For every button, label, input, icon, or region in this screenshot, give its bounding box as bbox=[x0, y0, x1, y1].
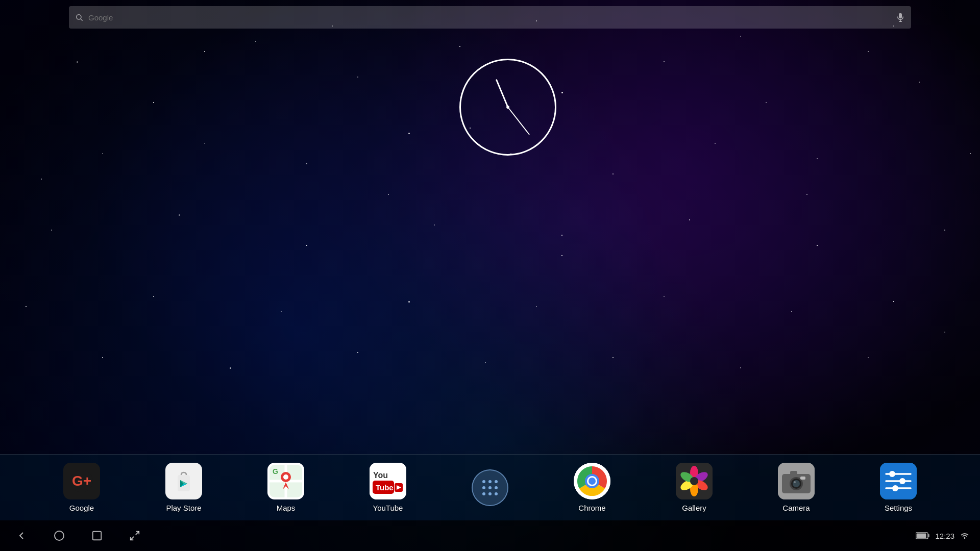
svg-point-0 bbox=[77, 15, 81, 19]
chrome-icon bbox=[574, 463, 610, 499]
svg-point-60 bbox=[899, 478, 905, 484]
app-icon-maps[interactable]: G Maps bbox=[260, 463, 311, 512]
recents-button[interactable] bbox=[86, 524, 108, 547]
google-icon: G+ bbox=[63, 463, 100, 499]
svg-point-28 bbox=[488, 480, 492, 483]
mic-icon[interactable] bbox=[896, 13, 905, 22]
svg-point-33 bbox=[482, 492, 485, 495]
nav-bar: 12:23 bbox=[0, 520, 980, 551]
svg-point-39 bbox=[589, 478, 596, 485]
play-store-icon bbox=[165, 463, 202, 499]
expand-button[interactable] bbox=[124, 524, 146, 547]
svg-point-58 bbox=[889, 471, 895, 477]
svg-rect-69 bbox=[928, 534, 929, 537]
camera-icon bbox=[778, 463, 815, 499]
home-button[interactable] bbox=[48, 524, 70, 547]
app-icon-google[interactable]: G+ Google bbox=[56, 463, 107, 512]
wifi-icon bbox=[960, 532, 970, 540]
svg-rect-68 bbox=[917, 534, 926, 538]
svg-point-34 bbox=[488, 492, 492, 495]
svg-line-4 bbox=[497, 80, 508, 107]
svg-point-6 bbox=[506, 106, 509, 109]
svg-point-32 bbox=[495, 486, 498, 489]
youtube-icon: You Tube bbox=[370, 463, 406, 499]
maps-label: Maps bbox=[277, 504, 296, 512]
svg-point-27 bbox=[482, 480, 485, 483]
app-icon-play-store[interactable]: Play Store bbox=[158, 463, 209, 512]
svg-point-31 bbox=[488, 486, 492, 489]
clock-widget bbox=[459, 59, 556, 156]
svg-point-53 bbox=[794, 481, 796, 483]
clock-face bbox=[459, 59, 556, 156]
search-input[interactable] bbox=[88, 13, 891, 22]
app-launcher[interactable] bbox=[464, 469, 516, 506]
svg-point-35 bbox=[495, 492, 498, 495]
settings-icon bbox=[880, 463, 917, 499]
svg-point-30 bbox=[482, 486, 485, 489]
play-store-label: Play Store bbox=[166, 504, 201, 512]
svg-line-65 bbox=[136, 532, 139, 535]
app-icon-settings[interactable]: Settings bbox=[873, 463, 924, 512]
svg-line-1 bbox=[81, 19, 83, 21]
svg-rect-55 bbox=[800, 477, 805, 480]
svg-text:Tube: Tube bbox=[376, 483, 394, 492]
chrome-label: Chrome bbox=[578, 504, 605, 512]
svg-line-66 bbox=[131, 537, 134, 540]
search-icon bbox=[75, 13, 83, 21]
svg-point-47 bbox=[690, 477, 698, 485]
svg-point-63 bbox=[55, 531, 64, 540]
youtube-label: YouTube bbox=[373, 504, 403, 512]
google-label: Google bbox=[69, 504, 94, 512]
svg-point-29 bbox=[495, 480, 498, 483]
svg-text:G+: G+ bbox=[72, 473, 91, 489]
taskbar: G+ Google Play Store bbox=[0, 454, 980, 520]
settings-label: Settings bbox=[885, 504, 912, 512]
svg-rect-54 bbox=[790, 471, 797, 475]
svg-text:You: You bbox=[373, 471, 388, 480]
svg-line-5 bbox=[508, 107, 529, 134]
svg-point-17 bbox=[283, 474, 288, 480]
app-icon-camera[interactable]: Camera bbox=[771, 463, 822, 512]
app-icon-gallery[interactable]: Gallery bbox=[669, 463, 720, 512]
gallery-label: Gallery bbox=[682, 504, 706, 512]
status-bar: 12:23 bbox=[916, 532, 970, 540]
svg-point-62 bbox=[892, 485, 898, 491]
svg-text:G: G bbox=[273, 467, 278, 475]
app-icon-youtube[interactable]: You Tube YouTube bbox=[362, 463, 413, 512]
battery-icon bbox=[916, 532, 930, 540]
app-icon-chrome[interactable]: Chrome bbox=[567, 463, 618, 512]
camera-label: Camera bbox=[782, 504, 810, 512]
search-bar[interactable] bbox=[69, 6, 911, 29]
gallery-icon bbox=[676, 463, 713, 499]
launcher-button[interactable] bbox=[472, 469, 508, 506]
svg-point-52 bbox=[793, 480, 800, 487]
back-button[interactable] bbox=[10, 524, 33, 547]
status-time: 12:23 bbox=[935, 532, 954, 540]
maps-icon: G bbox=[267, 463, 304, 499]
svg-rect-64 bbox=[93, 532, 102, 540]
